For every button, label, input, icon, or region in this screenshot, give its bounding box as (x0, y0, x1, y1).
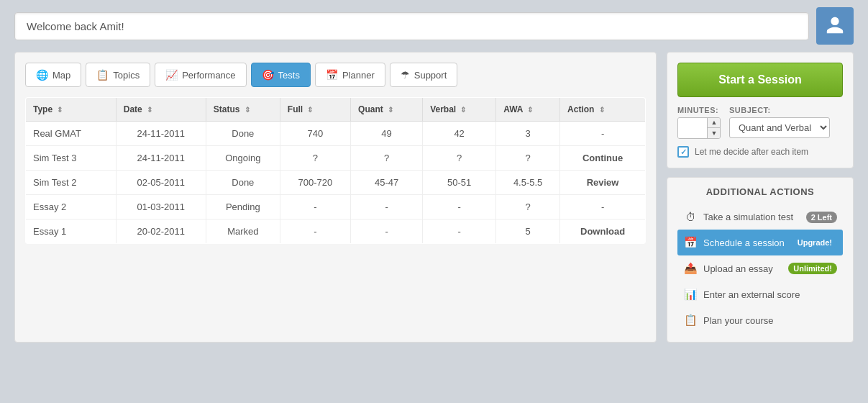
cell-action-2[interactable]: Review (560, 171, 646, 195)
action-item-plan[interactable]: 📋 Plan your course (677, 307, 843, 333)
session-options: MINUTES: ▲ ▼ SUBJECT: Quant and VerbalQu… (677, 106, 843, 139)
sort-arrow-type: ⇕ (57, 106, 63, 114)
tab-label-map: Map (52, 70, 70, 81)
minutes-group: MINUTES: ▲ ▼ (677, 106, 721, 139)
nav-tab-map[interactable]: 🌐Map (25, 63, 81, 87)
cell-type-1: Sim Test 3 (26, 146, 117, 171)
subject-select[interactable]: Quant and VerbalQuant OnlyVerbal OnlyAWA (729, 117, 830, 138)
action-link-1[interactable]: Continue (583, 153, 623, 163)
cell-date-1: 24-11-2011 (116, 146, 206, 171)
cell-status-0: Done (206, 122, 280, 146)
checkbox-row[interactable]: Let me decide after each item (677, 146, 843, 158)
action-item-external[interactable]: 📊 Enter an external score (677, 281, 843, 307)
nav-tab-planner[interactable]: 📅Planner (315, 63, 385, 87)
minutes-down[interactable]: ▼ (708, 128, 721, 138)
badge-schedule: Upgrade! (792, 237, 837, 248)
table-row: Sim Test 324-11-2011Ongoing????Continue (26, 146, 646, 171)
cell-type-3: Essay 2 (26, 195, 117, 219)
cell-quant-4: - (351, 219, 423, 244)
action-link-2[interactable]: Review (587, 177, 619, 188)
action-icon-schedule: 📅 (683, 236, 698, 249)
action-items-list: ⏱ Take a simulation test 2 Left 📅 Schedu… (677, 204, 843, 333)
table-row: Real GMAT24-11-2011Done74049423- (26, 122, 646, 146)
cell-quant-2: 45-47 (351, 171, 423, 195)
cell-action-0: - (560, 122, 646, 146)
nav-tab-performance[interactable]: 📈Performance (155, 63, 246, 87)
tab-label-tests: Tests (278, 70, 300, 81)
cell-awa-0: 3 (496, 122, 560, 146)
action-icon-plan: 📋 (683, 314, 698, 327)
main-container: 🌐Map📋Topics📈Performance🎯Tests📅Planner☂Su… (0, 52, 868, 357)
session-box: Start a Session MINUTES: ▲ ▼ SUBJECT: Qu… (667, 52, 854, 168)
tab-icon-map: 🌐 (36, 69, 48, 81)
action-text-plan: Plan your course (703, 315, 837, 326)
col-header-status[interactable]: Status ⇕ (206, 98, 280, 122)
table-row: Sim Test 202-05-2011Done700-72045-4750-5… (26, 171, 646, 195)
cell-type-2: Sim Test 2 (26, 171, 117, 195)
cell-action-1[interactable]: Continue (560, 146, 646, 171)
tab-label-performance: Performance (182, 70, 235, 81)
tab-icon-planner: 📅 (326, 69, 338, 81)
avatar[interactable] (816, 7, 854, 45)
nav-tab-topics[interactable]: 📋Topics (86, 63, 150, 87)
sort-arrow-action: ⇕ (599, 106, 605, 114)
action-link-4[interactable]: Download (580, 226, 625, 237)
cell-action-4[interactable]: Download (560, 219, 646, 244)
cell-status-1: Ongoing (206, 146, 280, 171)
cell-date-0: 24-11-2011 (116, 122, 206, 146)
cell-verbal-3: - (423, 195, 496, 219)
cell-full-4: - (280, 219, 350, 244)
table-row: Essay 201-03-2011Pending---?- (26, 195, 646, 219)
cell-verbal-2: 50-51 (423, 171, 496, 195)
cell-action-3: - (560, 195, 646, 219)
sort-arrow-full: ⇕ (307, 106, 313, 114)
col-header-type[interactable]: Type ⇕ (26, 98, 117, 122)
nav-tab-support[interactable]: ☂Support (390, 63, 458, 87)
minutes-input[interactable] (678, 118, 707, 138)
sort-arrow-date: ⇕ (147, 106, 152, 114)
action-item-upload[interactable]: 📤 Upload an essay Unlimited! (677, 255, 843, 281)
table-row: Essay 120-02-2011Marked---5Download (26, 219, 646, 244)
cell-date-4: 20-02-2011 (116, 219, 206, 244)
col-header-date[interactable]: Date ⇕ (116, 98, 206, 122)
cell-quant-1: ? (351, 146, 423, 171)
user-icon (825, 15, 845, 37)
cell-awa-4: 5 (496, 219, 560, 244)
cell-awa-1: ? (496, 146, 560, 171)
cell-verbal-4: - (423, 219, 496, 244)
tests-table: Type ⇕Date ⇕Status ⇕Full ⇕Quant ⇕Verbal … (25, 97, 646, 244)
tab-label-topics: Topics (113, 70, 140, 81)
minutes-up[interactable]: ▲ (708, 118, 721, 128)
col-header-verbal[interactable]: Verbal ⇕ (423, 98, 496, 122)
subject-label: SUBJECT: (729, 106, 830, 114)
cell-type-4: Essay 1 (26, 219, 117, 244)
sort-arrow-status: ⇕ (245, 106, 250, 114)
col-header-full[interactable]: Full ⇕ (280, 98, 350, 122)
cell-type-0: Real GMAT (26, 122, 117, 146)
col-header-quant[interactable]: Quant ⇕ (351, 98, 423, 122)
left-panel: 🌐Map📋Topics📈Performance🎯Tests📅Planner☂Su… (14, 52, 657, 343)
cell-full-0: 740 (280, 122, 350, 146)
action-item-schedule[interactable]: 📅 Schedule a session Upgrade! (677, 230, 843, 255)
top-bar: Welcome back Amit! (0, 0, 868, 52)
tab-label-planner: Planner (342, 70, 375, 81)
cell-date-2: 02-05-2011 (116, 171, 206, 195)
cell-status-4: Marked (206, 219, 280, 244)
cell-quant-3: - (351, 195, 423, 219)
decide-checkbox[interactable] (677, 146, 689, 158)
cell-status-3: Pending (206, 195, 280, 219)
sort-arrow-verbal: ⇕ (460, 106, 466, 114)
start-session-button[interactable]: Start a Session (677, 63, 843, 97)
col-header-action[interactable]: Action ⇕ (560, 98, 646, 122)
action-text-external: Enter an external score (703, 289, 837, 300)
cell-full-2: 700-720 (280, 171, 350, 195)
nav-tab-tests[interactable]: 🎯Tests (251, 63, 311, 87)
action-text-upload: Upload an essay (703, 263, 782, 274)
sort-arrow-awa: ⇕ (527, 106, 533, 114)
col-header-awa[interactable]: AWA ⇕ (496, 98, 560, 122)
action-text-schedule: Schedule a session (703, 237, 787, 248)
welcome-message: Welcome back Amit! (14, 12, 809, 40)
right-panel: Start a Session MINUTES: ▲ ▼ SUBJECT: Qu… (667, 52, 854, 343)
action-item-simulation[interactable]: ⏱ Take a simulation test 2 Left (677, 204, 843, 230)
cell-full-1: ? (280, 146, 350, 171)
